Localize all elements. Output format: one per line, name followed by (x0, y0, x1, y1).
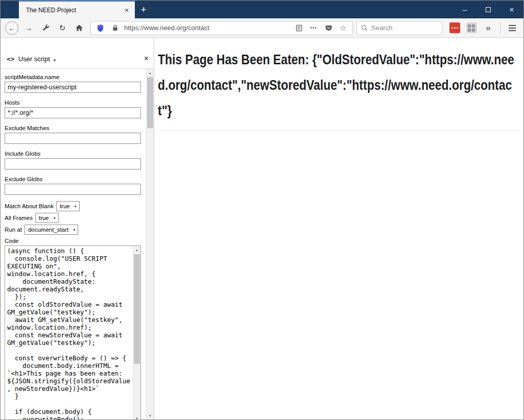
reload-button[interactable]: ↻ (55, 20, 70, 36)
search-bar[interactable] (356, 21, 442, 35)
match-about-blank-select[interactable]: true ▾ (56, 201, 80, 211)
address-bar[interactable]: ••• ☆ (90, 21, 353, 35)
code-label: Code (5, 238, 141, 244)
window-controls: – × (453, 1, 523, 18)
page-heading: This Page Has Been Eaten: {"OldStoredVal… (158, 47, 519, 123)
exclude-matches-input[interactable] (5, 133, 141, 144)
navigation-toolbar: ← → ↻ ••• ☆ (1, 18, 523, 38)
chevron-down-icon: ▾ (75, 204, 77, 209)
sidebar-scrollbar-thumb[interactable] (147, 77, 153, 128)
toolbar-separator (500, 22, 501, 34)
browser-tab[interactable]: The NEED Project × (19, 1, 135, 18)
field-label-hosts: Hosts (5, 100, 141, 106)
home-button[interactable] (72, 20, 87, 36)
userscript-sidebar: <> User script ▾ × scriptMetadata.name H… (1, 38, 154, 419)
back-button[interactable]: ← (4, 20, 19, 36)
field-label-script-name: scriptMetadata.name (5, 74, 141, 80)
red-extension-icon[interactable] (447, 20, 462, 36)
option-label-all-frames: All Frames (5, 215, 33, 221)
lock-icon[interactable] (109, 22, 121, 34)
code-editor[interactable]: (async function () { console.log("USER S… (5, 245, 141, 419)
page-heading-text: This Page Has Been Eaten: {"OldStoredVal… (158, 47, 519, 123)
field-label-exclude-matches: Exclude Matches (5, 125, 141, 131)
option-label-match-about-blank: Match About Blank (5, 203, 54, 209)
match-about-blank-value: true (60, 203, 70, 209)
code-text[interactable]: (async function () { console.log("USER S… (7, 247, 132, 419)
red-extension-badge (449, 22, 460, 33)
all-frames-value: true (39, 215, 49, 221)
chevron-down-icon: ▾ (54, 216, 56, 220)
field-label-exclude-globs: Exclude Globs (5, 176, 141, 182)
page-actions-icon[interactable]: ••• (308, 22, 319, 34)
bookmark-star-icon[interactable]: ☆ (338, 22, 349, 34)
content-area: <> User script ▾ × scriptMetadata.name H… (1, 38, 523, 419)
scroll-up-icon[interactable]: ▲ (147, 69, 154, 77)
code-brackets-icon: <> (7, 55, 15, 63)
include-globs-input[interactable] (5, 158, 141, 169)
overflow-menu-button[interactable]: » (481, 20, 496, 36)
chevron-down-icon: ▾ (73, 228, 75, 232)
titlebar: The NEED Project × + – × (1, 1, 523, 18)
page-content: This Page Has Been Eaten: {"OldStoredVal… (154, 38, 523, 419)
code-editor-scrollbar[interactable]: ▲ ▼ (133, 246, 140, 419)
hamburger-menu-button[interactable] (505, 20, 520, 36)
browser-window: The NEED Project × + – × ← → ↻ (0, 0, 524, 420)
all-frames-select[interactable]: true ▾ (35, 213, 59, 223)
scroll-up-icon[interactable]: ▲ (133, 246, 140, 254)
field-label-include-globs: Include Globs (5, 151, 141, 157)
pocket-icon[interactable] (323, 22, 334, 34)
exclude-globs-input[interactable] (5, 184, 141, 195)
scroll-down-icon[interactable]: ▼ (133, 414, 140, 419)
tab-close-icon[interactable]: × (122, 6, 131, 15)
hosts-input[interactable] (5, 107, 141, 118)
sidebar-scrollbar[interactable]: ▲ ▼ (146, 69, 154, 419)
search-input[interactable] (371, 24, 438, 32)
maximize-button[interactable] (477, 1, 500, 18)
sidebar-title[interactable]: User script (18, 55, 50, 63)
new-tab-button[interactable]: + (135, 1, 152, 18)
sidebar-title-chevron-icon[interactable]: ▾ (54, 57, 56, 63)
wrench-icon[interactable] (38, 20, 53, 36)
sidebar-close-button[interactable]: × (144, 55, 149, 63)
reader-mode-icon[interactable] (293, 22, 304, 34)
option-row-run-at: Run at document_start ▾ (5, 225, 141, 235)
tab-title: The NEED Project (26, 7, 122, 14)
hamburger-icon (509, 25, 516, 31)
back-icon: ← (5, 21, 18, 35)
close-window-button[interactable]: × (500, 1, 523, 18)
code-scrollbar-thumb[interactable] (134, 254, 140, 364)
gray-extension-icon[interactable] (464, 20, 479, 36)
option-row-all-frames: All Frames true ▾ (5, 213, 141, 223)
option-label-run-at: Run at (5, 227, 22, 233)
sidebar-form: scriptMetadata.name Hosts Exclude Matche… (1, 69, 146, 419)
minimize-button[interactable]: – (453, 1, 477, 18)
option-row-match-about-blank: Match About Blank true ▾ (5, 201, 141, 211)
forward-button[interactable]: → (21, 20, 36, 36)
script-name-input[interactable] (5, 82, 141, 93)
search-icon (361, 24, 368, 31)
scroll-down-icon[interactable]: ▼ (147, 412, 154, 419)
sidebar-header: <> User script ▾ × (1, 38, 154, 69)
heading-container: This Page Has Been Eaten: {"OldStoredVal… (154, 38, 523, 131)
run-at-value: document_start (28, 227, 68, 233)
tracking-protection-shield-icon[interactable] (94, 22, 106, 34)
run-at-select[interactable]: document_start ▾ (25, 225, 78, 235)
url-input[interactable] (124, 24, 290, 32)
maximize-icon (486, 7, 491, 12)
gray-extension-badge (466, 22, 477, 33)
